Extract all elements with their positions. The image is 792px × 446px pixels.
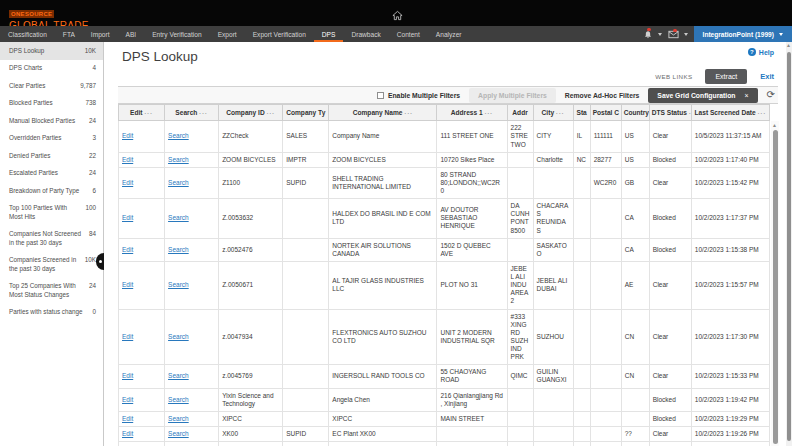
grid-scroll-up-icon[interactable]: ▲ (772, 122, 777, 128)
sidebar-item-companies-screened-in-the-past-30-days[interactable]: Companies Screened in the past 30 days10… (0, 252, 103, 278)
column-header-company-ty[interactable]: Company Ty (283, 105, 329, 121)
edit-link[interactable]: Edit (122, 281, 133, 288)
grid-scrollbar[interactable]: ▲ (771, 121, 779, 446)
column-header-addr[interactable]: Addr (507, 105, 533, 121)
bell-caret-icon[interactable] (658, 33, 662, 36)
sidebar-item-parties-with-status-change[interactable]: Parties with status change0 (0, 304, 103, 322)
column-header-postal-c[interactable]: Postal C (590, 105, 621, 121)
search-link[interactable]: Search (168, 333, 189, 340)
city-cell: MILANO (533, 442, 573, 446)
edit-link[interactable]: Edit (122, 415, 133, 422)
edit-link[interactable]: Edit (122, 132, 133, 139)
menu-tab-entry-verification[interactable]: Entry Verification (144, 26, 209, 42)
column-header-company-id[interactable]: Company ID··· (219, 105, 283, 121)
column-header-last-screened-date[interactable]: Last Screened Date··· (691, 105, 769, 121)
sidebar-item-top-100-parties-with-most-hits[interactable]: Top 100 Parties With Most Hits100 (0, 200, 103, 226)
search-link[interactable]: Search (168, 430, 189, 437)
refresh-icon[interactable]: ⟳ (767, 90, 775, 100)
sidebar-item-count: 738 (85, 99, 96, 108)
search-link[interactable]: Search (168, 396, 189, 403)
edit-link[interactable]: Edit (122, 396, 133, 403)
menu-tab-content[interactable]: Content (389, 26, 428, 42)
menu-tab-export-verification[interactable]: Export Verification (245, 26, 314, 42)
account-button[interactable]: IntegrationPoint (1999) (694, 26, 792, 42)
state-cell: IL (573, 121, 590, 152)
edit-link[interactable]: Edit (122, 372, 133, 379)
column-header-dts-status[interactable]: DTS Status··· (649, 105, 691, 121)
search-cell: Search (165, 152, 219, 167)
sidebar-item-top-25-companies-with-most-status-changes[interactable]: Top 25 Companies With Most Status Change… (0, 278, 103, 304)
apply-multiple-filters-button[interactable]: Apply Multiple Filters (469, 88, 556, 103)
column-menu-dots-icon[interactable]: ··· (199, 110, 208, 116)
menu-tab-classification[interactable]: Classification (0, 26, 55, 42)
table-row: EditSearchZ.0053632HALDEX DO BRASIL IND … (119, 199, 770, 239)
home-icon[interactable] (392, 7, 403, 25)
sidebar-item-dps-charts[interactable]: DPS Charts4 (0, 60, 103, 78)
search-link[interactable]: Search (168, 132, 189, 139)
menu-tab-drawback[interactable]: Drawback (343, 26, 388, 42)
search-link[interactable]: Search (168, 156, 189, 163)
page-scrollbar[interactable]: ▲ (786, 42, 792, 446)
extract-button[interactable]: Extract (705, 69, 747, 84)
search-link[interactable]: Search (168, 372, 189, 379)
exit-link[interactable]: Exit (760, 72, 774, 81)
column-header-search[interactable]: Search··· (165, 105, 219, 121)
column-header-country[interactable]: Country··· (621, 105, 649, 121)
sidebar-item-manual-blocked-parties[interactable]: Manual Blocked Parties24 (0, 112, 103, 130)
edit-link[interactable]: Edit (122, 214, 133, 221)
account-caret-icon (779, 33, 783, 36)
grid-scrollbar-thumb[interactable] (773, 130, 778, 444)
enable-multiple-filters-checkbox[interactable] (377, 92, 384, 99)
column-menu-dots-icon[interactable]: ··· (267, 110, 276, 116)
edit-link[interactable]: Edit (122, 179, 133, 186)
column-menu-dots-icon[interactable]: ··· (405, 110, 414, 116)
close-icon[interactable]: × (745, 92, 749, 99)
edit-link[interactable]: Edit (122, 333, 133, 340)
column-header-sta[interactable]: Sta (573, 105, 590, 121)
sidebar-item-breakdown-of-party-type[interactable]: Breakdown of Party Type6 (0, 182, 103, 200)
web-links-link[interactable]: WEB LINKS (655, 73, 692, 80)
column-header-label: City (542, 109, 554, 116)
menu-tab-export[interactable]: Export (210, 26, 245, 42)
search-link[interactable]: Search (168, 281, 189, 288)
help-link[interactable]: ? Help (748, 48, 774, 56)
column-header-edit[interactable]: Edit··· (119, 105, 165, 121)
menu-tab-fta[interactable]: FTA (55, 26, 83, 42)
address1-cell: 55 CHAOYANG ROAD (437, 365, 507, 388)
column-menu-dots-icon[interactable]: ··· (145, 110, 154, 116)
sidebar-item-companies-not-screened-in-the-past-30-days[interactable]: Companies Not Screened in the past 30 da… (0, 226, 103, 252)
menu-tab-dps[interactable]: DPS (314, 26, 344, 42)
search-link[interactable]: Search (168, 214, 189, 221)
sidebar-item-dps-lookup[interactable]: DPS Lookup10K (0, 42, 103, 60)
page-scrollbar-thumb[interactable] (787, 52, 791, 441)
save-grid-configuration-button[interactable]: Save Grid Configuration × (648, 88, 757, 103)
column-header-address-1[interactable]: Address 1··· (437, 105, 507, 121)
column-header-city[interactable]: City··· (533, 105, 573, 121)
sidebar-item-escalated-parties[interactable]: Escalated Parties24 (0, 165, 103, 183)
mail-caret-icon[interactable] (684, 33, 688, 36)
page-scroll-up-icon[interactable]: ▲ (786, 42, 791, 48)
notifications-bell-icon[interactable] (643, 29, 653, 40)
search-link[interactable]: Search (168, 179, 189, 186)
sidebar-item-overridden-parties[interactable]: Overridden Parties3 (0, 130, 103, 148)
sidebar-item-blocked-parties[interactable]: Blocked Parties738 (0, 95, 103, 113)
search-link[interactable]: Search (168, 246, 189, 253)
column-menu-dots-icon[interactable]: ··· (485, 110, 494, 116)
sidebar-item-denied-parties[interactable]: Denied Parties22 (0, 147, 103, 165)
enable-multiple-filters-group[interactable]: Enable Multiple Filters (377, 92, 460, 99)
edit-link[interactable]: Edit (122, 156, 133, 163)
edit-link[interactable]: Edit (122, 430, 133, 437)
edit-link[interactable]: Edit (122, 246, 133, 253)
remove-adhoc-filters-button[interactable]: Remove Ad-Hoc Filters (565, 92, 640, 99)
menu-tab-abi[interactable]: ABI (118, 26, 145, 42)
column-header-company-name[interactable]: Company Name··· (329, 105, 437, 121)
sidebar-item-label: Top 25 Companies With Most Status Change… (9, 282, 85, 299)
sidebar-item-clear-parties[interactable]: Clear Parties9,787 (0, 77, 103, 95)
menu-tab-import[interactable]: Import (83, 26, 118, 42)
column-menu-dots-icon[interactable]: ··· (556, 110, 565, 116)
column-menu-dots-icon[interactable]: ··· (758, 110, 767, 116)
sidebar-collapse-handle[interactable] (96, 253, 104, 270)
messages-mail-icon[interactable] (668, 30, 679, 39)
search-link[interactable]: Search (168, 415, 189, 422)
menu-tab-analyzer[interactable]: Analyzer (428, 26, 470, 42)
